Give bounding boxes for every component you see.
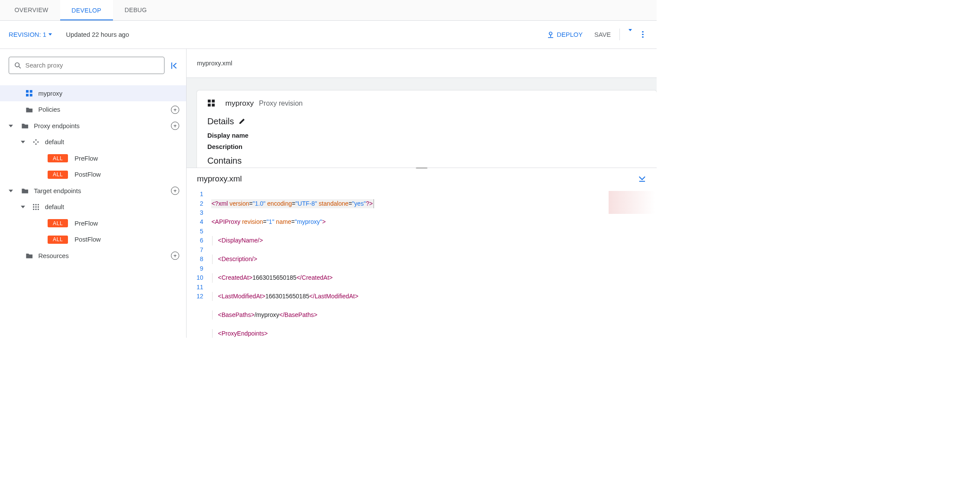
editor-title: myproxy.xml bbox=[197, 174, 242, 184]
tree-item-pe-postflow[interactable]: ALL PostFlow bbox=[0, 167, 186, 183]
svg-rect-20 bbox=[212, 104, 215, 107]
svg-point-13 bbox=[38, 207, 39, 208]
val-created: 1663015650185 bbox=[252, 274, 297, 281]
collapse-editor-button[interactable] bbox=[638, 175, 646, 183]
folder-icon bbox=[26, 252, 33, 259]
file-name-label: myproxy.xml bbox=[197, 60, 232, 67]
card-subtitle: Proxy revision bbox=[259, 99, 303, 107]
save-dropdown-button[interactable] bbox=[623, 31, 638, 38]
svg-rect-4 bbox=[26, 90, 29, 93]
caret-down-icon bbox=[21, 141, 25, 143]
add-button[interactable]: + bbox=[171, 252, 179, 260]
tree-label: Target endpoints bbox=[34, 187, 81, 194]
endpoint-icon bbox=[32, 139, 39, 145]
sidebar: myproxy Policies + Proxy endpoints + bbox=[0, 49, 187, 338]
tree-label: default bbox=[45, 139, 64, 145]
svg-point-8 bbox=[33, 204, 34, 205]
search-input[interactable] bbox=[26, 62, 159, 69]
deploy-label: DEPLOY bbox=[557, 31, 583, 38]
content-pane: myproxy.xml myproxy Proxy revision Detai… bbox=[187, 49, 657, 338]
card-title: myproxy bbox=[226, 99, 254, 108]
tree-item-te-default[interactable]: default bbox=[0, 199, 186, 216]
updated-label: Updated 22 hours ago bbox=[66, 31, 129, 38]
more-vert-icon bbox=[642, 31, 643, 38]
svg-rect-19 bbox=[208, 104, 211, 107]
svg-point-10 bbox=[38, 204, 39, 205]
revision-label: REVISION: 1 bbox=[9, 31, 46, 38]
editor-header: myproxy.xml bbox=[187, 168, 657, 190]
val-basepath: /myproxy bbox=[255, 311, 279, 318]
tree-label: Resources bbox=[38, 252, 68, 259]
chevron-down-icon bbox=[629, 29, 632, 38]
file-path-header: myproxy.xml bbox=[187, 49, 657, 78]
tree-item-te-preflow[interactable]: ALL PreFlow bbox=[0, 215, 186, 232]
detail-card: myproxy Proxy revision Details Display n… bbox=[197, 90, 657, 168]
tree-item-pe-preflow[interactable]: ALL PreFlow bbox=[0, 150, 186, 167]
description-label: Description bbox=[207, 143, 646, 150]
tree-item-myproxy[interactable]: myproxy bbox=[0, 85, 186, 102]
all-badge: ALL bbox=[48, 219, 68, 227]
minimap[interactable] bbox=[607, 190, 657, 338]
caret-down-icon bbox=[9, 125, 13, 127]
tree-item-target-endpoints[interactable]: Target endpoints + bbox=[0, 183, 186, 199]
tree-label: Policies bbox=[38, 106, 60, 113]
tree-label: PostFlow bbox=[74, 171, 101, 178]
svg-rect-18 bbox=[212, 100, 215, 103]
proxy-icon bbox=[207, 100, 215, 107]
separator bbox=[619, 29, 620, 40]
collapse-sidebar-button[interactable] bbox=[171, 62, 178, 69]
search-icon bbox=[14, 62, 21, 69]
add-button[interactable]: + bbox=[171, 106, 179, 114]
details-heading: Details bbox=[207, 116, 234, 126]
tab-debug[interactable]: DEBUG bbox=[113, 0, 158, 20]
svg-line-2 bbox=[19, 67, 21, 68]
svg-rect-17 bbox=[208, 100, 211, 103]
edit-icon[interactable] bbox=[239, 118, 245, 125]
top-tabs: OVERVIEW DEVELOP DEBUG bbox=[0, 0, 657, 21]
more-actions-button[interactable] bbox=[638, 31, 648, 38]
svg-point-11 bbox=[33, 207, 34, 208]
tree-item-resources[interactable]: Resources + bbox=[0, 248, 186, 264]
caret-down-icon bbox=[21, 206, 25, 208]
line-gutter: 123456789101112 bbox=[187, 190, 210, 338]
svg-point-14 bbox=[33, 209, 34, 210]
all-badge: ALL bbox=[48, 154, 68, 162]
svg-point-1 bbox=[15, 63, 19, 67]
folder-icon bbox=[26, 106, 33, 113]
code-content[interactable]: <?xml version="1.0" encoding="UTF-8" sta… bbox=[210, 190, 607, 338]
add-button[interactable]: + bbox=[171, 187, 179, 195]
folder-icon bbox=[21, 187, 29, 194]
tree-label: myproxy bbox=[38, 90, 62, 97]
tree-item-te-postflow[interactable]: ALL PostFlow bbox=[0, 232, 186, 248]
folder-icon bbox=[21, 123, 29, 129]
svg-point-12 bbox=[35, 207, 36, 208]
tab-develop[interactable]: DEVELOP bbox=[60, 0, 113, 20]
tree-label: PreFlow bbox=[74, 220, 98, 227]
tree-label: default bbox=[45, 204, 64, 210]
all-badge: ALL bbox=[48, 171, 68, 179]
tree-label: PreFlow bbox=[74, 155, 98, 162]
detail-pane: myproxy Proxy revision Details Display n… bbox=[187, 78, 657, 168]
action-bar: REVISION: 1 Updated 22 hours ago DEPLOY … bbox=[0, 21, 657, 49]
save-button[interactable]: SAVE bbox=[589, 31, 617, 38]
tree-item-policies[interactable]: Policies + bbox=[0, 101, 186, 118]
attr-name: myproxy bbox=[297, 218, 320, 225]
resize-handle[interactable] bbox=[416, 167, 427, 169]
add-button[interactable]: + bbox=[171, 122, 179, 130]
collapse-left-icon bbox=[171, 62, 178, 69]
search-box[interactable] bbox=[9, 57, 164, 74]
tree-item-proxy-endpoints[interactable]: Proxy endpoints + bbox=[0, 118, 186, 134]
caret-down-icon bbox=[9, 190, 13, 192]
chevron-down-icon bbox=[48, 33, 52, 36]
svg-rect-7 bbox=[30, 94, 32, 97]
tree-label: Proxy endpoints bbox=[34, 123, 80, 129]
tree-label: PostFlow bbox=[74, 236, 101, 243]
tab-overview[interactable]: OVERVIEW bbox=[3, 0, 60, 20]
revision-selector[interactable]: REVISION: 1 bbox=[9, 31, 52, 38]
deploy-button[interactable]: DEPLOY bbox=[541, 31, 588, 38]
deploy-icon bbox=[547, 31, 554, 38]
contains-heading: Contains bbox=[207, 156, 646, 166]
code-editor[interactable]: 123456789101112 <?xml version="1.0" enco… bbox=[187, 190, 657, 338]
val-modified: 1663015650185 bbox=[265, 293, 309, 300]
tree-item-pe-default[interactable]: default bbox=[0, 134, 186, 150]
